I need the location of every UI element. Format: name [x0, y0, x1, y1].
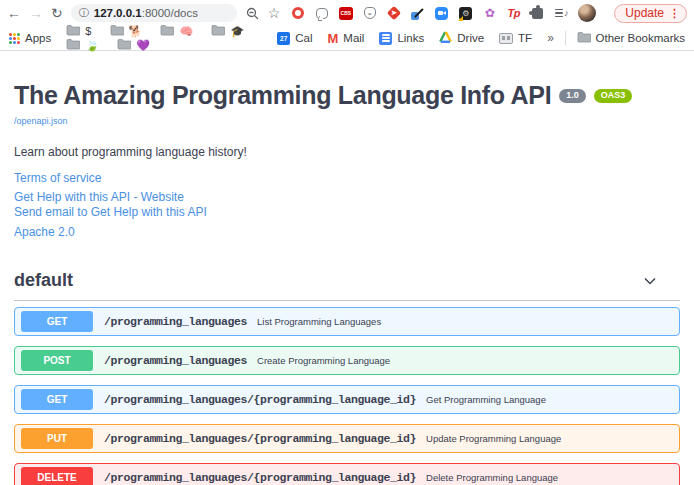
endpoint-path: /programming_languages: [104, 354, 247, 367]
tp-extension-icon[interactable]: Tp: [506, 6, 521, 21]
bookmark-label: 🎓: [230, 26, 244, 37]
help-email-link[interactable]: Send email to Get Help with this API: [14, 205, 680, 219]
endpoint-path: /programming_languages/{programming_lang…: [104, 471, 416, 484]
red-ring-extension-icon[interactable]: [290, 6, 305, 21]
cbs-extension-icon[interactable]: CBS: [338, 6, 353, 21]
folder-icon: [66, 38, 80, 52]
reload-icon[interactable]: ↻: [51, 6, 63, 20]
endpoint-list: GET /programming_languages List Programm…: [14, 307, 680, 485]
endpoint-summary: Get Programming Language: [426, 394, 546, 405]
bookmark-drive[interactable]: Drive: [439, 31, 484, 45]
forward-icon[interactable]: →: [29, 6, 43, 20]
method-button[interactable]: POST: [21, 350, 93, 371]
url-path: :8000/docs: [142, 7, 198, 19]
pocket-extension-icon[interactable]: ⌄: [362, 6, 377, 21]
bookmark-calendar[interactable]: 27 Cal: [277, 32, 312, 45]
folder-icon: [211, 24, 225, 38]
version-badge: 1.0: [559, 89, 586, 103]
endpoint-row[interactable]: POST /programming_languages Create Progr…: [14, 346, 680, 375]
folder-icon: [577, 31, 591, 45]
bookmarks-bar: Apps $ 🐕 🧠 🎓 🍃 💜: [0, 26, 694, 51]
page-title: The Amazing Programming Language Info AP…: [14, 81, 551, 110]
browser-menu-icon[interactable]: ⋮: [669, 7, 680, 20]
endpoint-path: /programming_languages/{programming_lang…: [104, 432, 416, 445]
folder-icon: [160, 24, 174, 38]
chat-bubble-extension-icon[interactable]: [314, 6, 329, 21]
bookmarks-divider: [565, 31, 566, 45]
diigo-extension-icon[interactable]: ➤: [386, 6, 401, 21]
endpoint-summary: Update Programming Language: [426, 433, 561, 444]
bookmark-tf[interactable]: TF: [499, 32, 532, 44]
bookmark-folder[interactable]: 🧠: [160, 24, 193, 38]
chevron-down-icon[interactable]: [642, 273, 658, 289]
folder-icon: [66, 24, 80, 38]
extensions-puzzle-icon[interactable]: [530, 6, 545, 21]
browser-toolbar: ← → ↻ ⓘ 127.0.0.1:8000/docs ☆ CBS ⌄ ➤ ⚙ …: [0, 0, 694, 26]
update-label: Update: [625, 6, 664, 20]
method-button[interactable]: GET: [21, 311, 93, 332]
bookmark-label: 🍃: [85, 40, 99, 51]
highlighter-extension-icon[interactable]: [410, 6, 425, 21]
endpoint-path: /programming_languages/{programming_lang…: [104, 393, 416, 406]
bookmark-folder[interactable]: 💜: [117, 38, 150, 52]
zoom-out-icon[interactable]: [245, 6, 260, 21]
endpoint-path: /programming_languages: [104, 315, 247, 328]
drive-icon: [439, 31, 452, 45]
flower-extension-icon[interactable]: ✿: [482, 6, 497, 21]
bookmark-folder[interactable]: 🐕: [110, 24, 143, 38]
calendar-icon: 27: [277, 32, 290, 45]
openapi-spec-link[interactable]: /openapi.json: [14, 116, 68, 126]
endpoint-summary: List Programming Languages: [257, 316, 381, 327]
bookmark-folder[interactable]: 🎓: [211, 24, 244, 38]
method-button[interactable]: DELETE: [21, 467, 93, 485]
bookmark-label: 🐕: [129, 26, 143, 37]
chrome-update-button[interactable]: Update ⋮: [614, 4, 687, 23]
dark-gear-extension-icon[interactable]: ⚙: [458, 6, 473, 21]
section-header-default[interactable]: default: [14, 270, 680, 301]
other-bookmarks[interactable]: Other Bookmarks: [577, 31, 685, 45]
bookmark-label: Cal: [295, 32, 312, 44]
help-website-link[interactable]: Get Help with this API - Website: [14, 190, 680, 204]
gmail-icon: M: [327, 32, 338, 45]
folder-icon: [110, 24, 124, 38]
url-host: 127.0.0.1: [94, 7, 142, 19]
endpoint-row[interactable]: GET /programming_languages/{programming_…: [14, 385, 680, 414]
bookmark-apps[interactable]: Apps: [9, 32, 51, 44]
bookmark-star-icon[interactable]: ☆: [268, 6, 281, 20]
links-icon: [379, 32, 392, 45]
terms-of-service-link[interactable]: Terms of service: [14, 171, 680, 185]
bookmark-folder[interactable]: $: [66, 24, 91, 38]
tf-icon: [499, 33, 513, 44]
playlist-extension-icon[interactable]: ♪: [554, 6, 569, 21]
url-text: 127.0.0.1:8000/docs: [94, 7, 198, 19]
profile-avatar[interactable]: [578, 4, 596, 22]
oas3-badge: OAS3: [594, 89, 633, 103]
method-button[interactable]: GET: [21, 389, 93, 410]
endpoint-row[interactable]: PUT /programming_languages/{programming_…: [14, 424, 680, 453]
section-title: default: [14, 270, 73, 291]
bookmark-label: $: [85, 26, 91, 37]
bookmarks-overflow-chevron[interactable]: »: [547, 31, 554, 45]
bookmark-label: 🧠: [179, 26, 193, 37]
back-icon[interactable]: ←: [7, 6, 21, 20]
bookmark-label: TF: [518, 32, 532, 44]
extension-row: CBS ⌄ ➤ ⚙ ✿ Tp ♪: [290, 4, 596, 22]
endpoint-summary: Delete Programming Language: [426, 472, 558, 483]
page-info-icon[interactable]: ⓘ: [79, 6, 89, 20]
bookmark-label: Apps: [25, 32, 51, 44]
bookmark-label: Links: [397, 32, 424, 44]
method-button[interactable]: PUT: [21, 428, 93, 449]
license-link[interactable]: Apache 2.0: [14, 225, 680, 239]
zoom-extension-icon[interactable]: [434, 6, 449, 21]
endpoint-row[interactable]: GET /programming_languages List Programm…: [14, 307, 680, 336]
api-title-row: The Amazing Programming Language Info AP…: [14, 81, 680, 110]
bookmark-links[interactable]: Links: [379, 32, 424, 45]
bookmark-folder[interactable]: 🍃: [66, 38, 99, 52]
swagger-page: The Amazing Programming Language Info AP…: [0, 81, 694, 485]
endpoint-row[interactable]: DELETE /programming_languages/{programmi…: [14, 463, 680, 485]
bookmark-mail[interactable]: M Mail: [327, 32, 364, 45]
endpoint-summary: Create Programming Language: [257, 355, 390, 366]
bookmark-label: Mail: [343, 32, 364, 44]
folder-icon: [117, 38, 131, 52]
address-bar[interactable]: ⓘ 127.0.0.1:8000/docs: [71, 4, 237, 22]
